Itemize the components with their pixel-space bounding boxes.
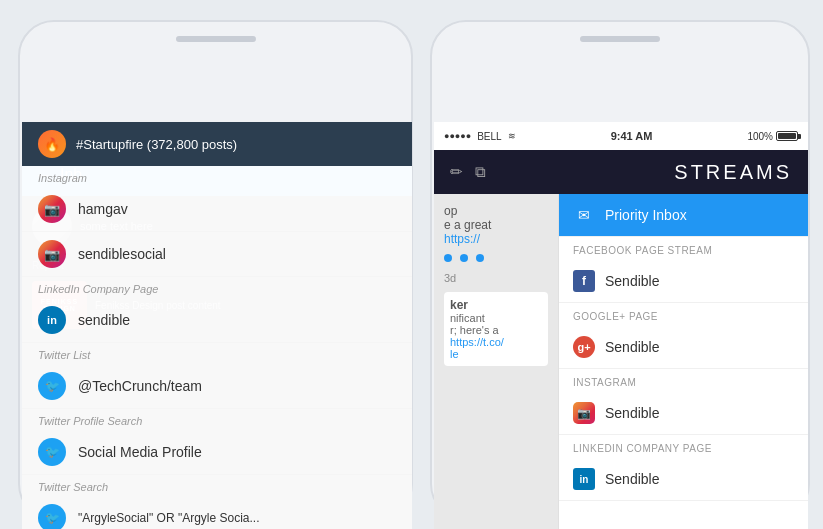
right-status-bar: ●●●●● BELL ≋ 9:41 AM 100% [434,122,808,150]
facebook-icon: f [573,270,595,292]
left-phone-screen: ▼ ▲ ▬ 12:30 ← Inb some text here Repost … [22,122,412,529]
instagram-icon-sendiblesocial: 📷 [38,240,66,268]
phone-notch [580,36,660,42]
dropdown-item-sendible-li[interactable]: in sendible [22,298,412,343]
partial-text-1: op [444,204,548,218]
wifi-icon-right: ≋ [508,131,516,141]
item-text-hamgav: hamgav [78,201,128,217]
battery-bar-right [776,131,798,141]
right-content-partial: op e a great https:// 3d ker nificant r;… [434,194,558,529]
stream-section-facebook: FACEBOOK PAGE STREAM [559,237,808,260]
twitter-icon-profile: 🐦 [38,438,66,466]
dot-1 [444,254,452,262]
card-desc1: nificant [450,312,542,324]
stream-priority-inbox-label: Priority Inbox [605,207,687,223]
stream-facebook-sendible[interactable]: f Sendible [559,260,808,303]
card-desc2: r; here's a [450,324,542,336]
stream-section-linkedin: LINKEDIN COMPANY PAGE [559,435,808,458]
dropdown-item-sendiblesocial[interactable]: 📷 sendiblesocial [22,232,412,277]
right-phone-screen: ●●●●● BELL ≋ 9:41 AM 100% ✏ ⧉ STREAMS op… [434,122,808,529]
dropdown-item-argyle[interactable]: 🐦 "ArgyleSocial" OR "Argyle Socia... [22,496,412,529]
dropdown-top-icon: 🔥 [38,130,66,158]
stream-priority-inbox[interactable]: ✉ Priority Inbox [559,194,808,237]
right-toolbar: ✏ ⧉ STREAMS [434,150,808,194]
stream-linkedin-sendible[interactable]: in Sendible [559,458,808,501]
stream-instagram-sendible[interactable]: 📷 Sendible [559,392,808,435]
instagram-icon-stream: 📷 [573,402,595,424]
card-area: ker nificant r; here's a https://t.co/ l… [444,292,548,366]
dropdown-overlay: 🔥 #Startupfire (372,800 posts) Instagram… [22,122,412,529]
streams-panel: ✉ Priority Inbox FACEBOOK PAGE STREAM f … [558,194,808,529]
card-link2: le [450,348,542,360]
partial-link-1: https:// [444,232,548,246]
stream-section-instagram: INSTAGRAM [559,369,808,392]
item-text-sendiblesocial: sendiblesocial [78,246,166,262]
stream-li-label: Sendible [605,471,660,487]
section-label-instagram: Instagram [22,166,412,187]
toolbar-icons: ✏ ⧉ [450,163,486,181]
twitter-icon-techcrunch: 🐦 [38,372,66,400]
right-time: 9:41 AM [611,130,653,142]
dots-row [444,254,548,262]
dropdown-item-hamgav[interactable]: 📷 hamgav [22,187,412,232]
stream-ig-label: Sendible [605,405,660,421]
linkedin-icon-stream: in [573,468,595,490]
phone-notch [176,36,256,42]
section-label-linkedin: LinkedIn Company Page [22,277,412,298]
dropdown-item-social-media-profile[interactable]: 🐦 Social Media Profile [22,430,412,475]
compose-icon[interactable]: ✏ [450,163,463,181]
stream-section-gplus: GOOGLE+ PAGE [559,303,808,326]
card-link: https://t.co/ [450,336,542,348]
signal-dots: ●●●●● [444,131,471,141]
dropdown-top-item[interactable]: 🔥 #Startupfire (372,800 posts) [22,122,412,166]
stream-fb-label: Sendible [605,273,660,289]
right-signal: ●●●●● BELL ≋ [444,131,516,142]
streams-title: STREAMS [674,161,792,184]
dot-2 [460,254,468,262]
stream-gplus-label: Sendible [605,339,660,355]
item-text-sendible-li: sendible [78,312,130,328]
section-label-twitter-list: Twitter List [22,343,412,364]
linkedin-icon-sendible: in [38,306,66,334]
section-label-twitter-search: Twitter Search [22,475,412,496]
dot-3 [476,254,484,262]
battery-percent: 100% [747,131,773,142]
partial-text-2: e a great [444,218,548,232]
dropdown-item-techcrunch[interactable]: 🐦 @TechCrunch/team [22,364,412,409]
right-content-layout: op e a great https:// 3d ker nificant r;… [434,194,808,529]
gplus-icon: g+ [573,336,595,358]
card-title: ker [450,298,542,312]
item-text-social-media-profile: Social Media Profile [78,444,202,460]
item-text-argyle: "ArgyleSocial" OR "Argyle Socia... [78,511,260,525]
envelope-icon: ✉ [573,204,595,226]
item-text-techcrunch: @TechCrunch/team [78,378,202,394]
carrier-label: BELL [477,131,501,142]
dropdown-top-text: #Startupfire (372,800 posts) [76,137,237,152]
section-label-twitter-profile: Twitter Profile Search [22,409,412,430]
twitter-icon-argyle: 🐦 [38,504,66,529]
layers-icon[interactable]: ⧉ [475,163,486,181]
time-label: 3d [444,272,548,284]
stream-gplus-sendible[interactable]: g+ Sendible [559,326,808,369]
instagram-icon-hamgav: 📷 [38,195,66,223]
